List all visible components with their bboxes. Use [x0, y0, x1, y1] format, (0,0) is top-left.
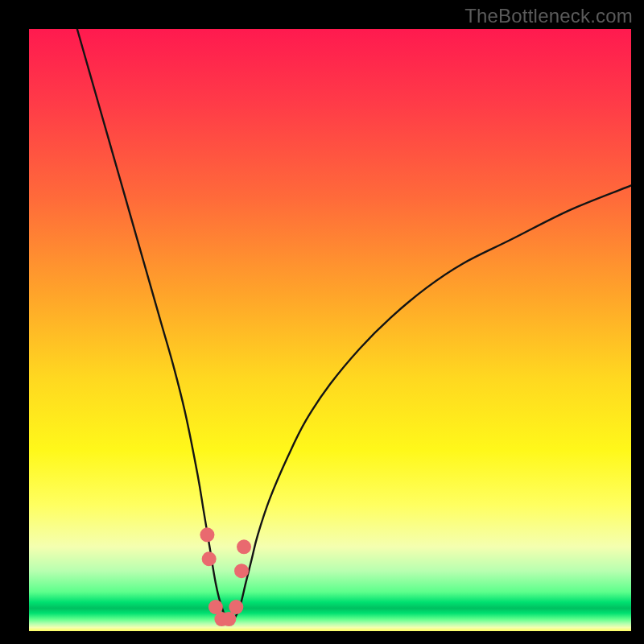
bottleneck-curve: [77, 29, 631, 621]
highlight-dot: [229, 600, 243, 614]
chart-frame: TheBottleneck.com: [0, 0, 644, 644]
highlight-dot: [200, 527, 214, 542]
highlight-dot: [202, 551, 217, 566]
highlight-dots: [200, 527, 251, 626]
curve-svg: [29, 29, 631, 631]
highlight-dot: [234, 564, 249, 578]
highlight-dot: [237, 539, 251, 554]
highlight-dot: [221, 612, 236, 626]
watermark-text: TheBottleneck.com: [464, 5, 633, 27]
plot-area: [29, 29, 631, 631]
